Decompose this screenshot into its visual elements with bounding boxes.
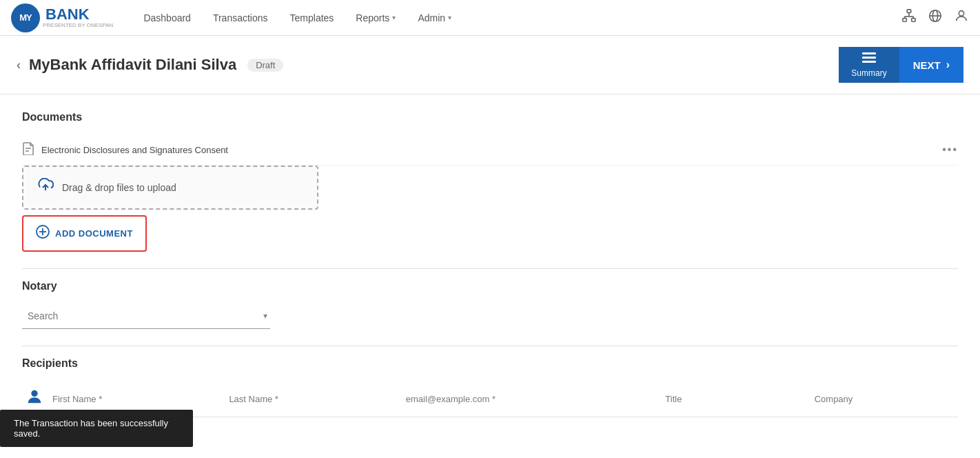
form-area: Documents Electronic Disclosures and Sig… <box>0 94 980 458</box>
page-header: ‹ MyBank Affidavit Dilani Silva Draft Su… <box>0 36 980 94</box>
notary-search-input[interactable] <box>22 309 263 323</box>
chevron-down-icon: ▾ <box>448 14 451 21</box>
next-label: NEXT <box>913 59 941 71</box>
nav-reports[interactable]: Reports ▾ <box>347 8 404 28</box>
logo-initials: MY <box>19 12 32 23</box>
back-button[interactable]: ‹ <box>17 58 21 72</box>
nav-dashboard[interactable]: Dashboard <box>135 8 199 28</box>
nav-right-icons <box>901 8 969 27</box>
logo-sub: PRESENTED BY ONESPAN <box>43 22 113 28</box>
add-document-container: ADD DOCUMENT <box>22 215 147 252</box>
drag-drop-zone[interactable]: Drag & drop files to upload <box>22 166 318 210</box>
svg-rect-0 <box>907 10 911 13</box>
toast-notification: The Transaction has been successfully sa… <box>0 410 193 447</box>
notary-section: Notary ▾ <box>22 280 958 329</box>
chevron-down-icon: ▾ <box>263 311 267 321</box>
recipients-title: Recipients <box>22 357 958 370</box>
top-navigation: MY BANK PRESENTED BY ONESPAN Dashboard T… <box>0 0 980 36</box>
header-actions: Summary NEXT › <box>839 47 963 83</box>
page-title: MyBank Affidavit Dilani Silva <box>29 56 236 74</box>
svg-point-10 <box>959 11 963 16</box>
nav-transactions[interactable]: Transactions <box>205 8 276 28</box>
notary-title: Notary <box>22 280 958 292</box>
person-icon <box>25 387 44 410</box>
last-name-label: Last Name * <box>223 394 400 404</box>
logo-circle: MY <box>11 3 40 32</box>
notary-search-wrap: ▾ <box>22 303 270 329</box>
document-menu-button[interactable]: ••• <box>942 143 958 156</box>
email-label: email@example.com * <box>400 394 660 404</box>
nav-links: Dashboard Transactions Templates Reports… <box>135 8 901 28</box>
documents-section: Documents Electronic Disclosures and Sig… <box>22 111 958 252</box>
svg-rect-1 <box>903 19 907 22</box>
next-arrow-icon: › <box>946 59 950 71</box>
add-document-label: ADD DOCUMENT <box>55 228 133 239</box>
title-label: Title <box>660 394 808 404</box>
main-content: ‹ MyBank Affidavit Dilani Silva Draft Su… <box>0 36 980 458</box>
svg-rect-12 <box>862 57 876 59</box>
logo-text-wrap: BANK PRESENTED BY ONESPAN <box>43 7 113 28</box>
user-icon[interactable] <box>954 8 969 27</box>
drag-drop-label: Drag & drop files to upload <box>62 182 176 193</box>
document-name: Electronic Disclosures and Signatures Co… <box>41 145 942 155</box>
next-button[interactable]: NEXT › <box>899 47 963 83</box>
globe-icon[interactable] <box>928 8 943 27</box>
svg-rect-2 <box>912 19 916 22</box>
add-document-button[interactable]: ADD DOCUMENT <box>25 218 144 249</box>
logo-name: BANK <box>45 6 90 23</box>
nav-templates[interactable]: Templates <box>282 8 343 28</box>
documents-title: Documents <box>22 111 958 123</box>
svg-rect-11 <box>862 52 876 54</box>
summary-icon <box>862 52 876 67</box>
first-name-label: First Name * <box>47 394 223 404</box>
nav-admin[interactable]: Admin ▾ <box>409 8 460 28</box>
summary-button[interactable]: Summary <box>839 47 899 83</box>
svg-point-19 <box>31 390 37 397</box>
sitemap-icon[interactable] <box>901 8 917 27</box>
summary-label: Summary <box>851 68 886 78</box>
section-divider-2 <box>22 346 958 346</box>
avatar <box>22 386 47 411</box>
document-icon <box>22 141 34 158</box>
upload-icon <box>37 178 54 197</box>
company-label: Company <box>809 394 958 404</box>
toast-message: The Transaction has been successfully sa… <box>14 418 168 439</box>
chevron-down-icon: ▾ <box>392 14 396 21</box>
section-divider <box>22 268 958 269</box>
document-item: Electronic Disclosures and Signatures Co… <box>22 135 958 166</box>
draft-badge: Draft <box>247 59 283 72</box>
logo: MY BANK PRESENTED BY ONESPAN <box>11 3 113 32</box>
svg-rect-13 <box>862 61 876 63</box>
plus-circle-icon <box>36 225 50 242</box>
